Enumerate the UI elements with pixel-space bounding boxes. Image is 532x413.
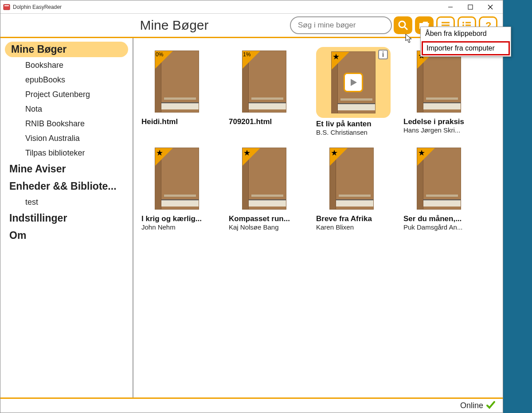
window-controls — [440, 1, 500, 13]
close-button[interactable] — [480, 1, 500, 13]
sidebar-item-3[interactable]: Project Gutenberg — [0, 87, 133, 102]
window-title: Dolphin EasyReader — [13, 4, 440, 10]
sidebar-item-12[interactable]: Om — [0, 227, 133, 244]
star-icon: ★ — [331, 148, 338, 158]
book-card-5[interactable]: ★Kompasset run...Kaj Nolsøe Bang — [229, 144, 311, 231]
book-author: Kaj Nolsøe Bang — [229, 223, 311, 231]
star-icon: ★ — [156, 148, 163, 158]
book-card-6[interactable]: ★Breve fra AfrikaKaren Blixen — [316, 144, 398, 231]
star-icon: ★ — [243, 148, 250, 158]
book-title: I krig og kærlig... — [141, 214, 223, 223]
book-title: Ser du månen,... — [403, 214, 485, 223]
book-cover: ★ — [417, 51, 461, 113]
book-card-0[interactable]: 0%Heidi.html — [141, 47, 223, 136]
maximize-button[interactable] — [460, 1, 480, 13]
search-button[interactable] — [394, 16, 412, 34]
play-button[interactable] — [344, 73, 363, 92]
svg-point-11 — [462, 22, 464, 23]
star-icon: ★ — [332, 52, 340, 62]
book-author: B.S. Christiansen — [316, 129, 398, 136]
book-grid: 0%Heidi.html1%709201.html★iEt liv på kan… — [133, 38, 503, 397]
sidebar-item-5[interactable]: RNIB Bookshare — [0, 117, 133, 131]
progress-badge: 0% — [156, 51, 163, 58]
book-title: Kompasset run... — [229, 214, 311, 223]
book-cover: ★ — [242, 148, 286, 210]
sidebar-item-6[interactable]: Vision Australia — [0, 131, 133, 146]
svg-rect-0 — [4, 4, 10, 10]
titlebar: Dolphin EasyReader — [0, 0, 503, 14]
book-title: Et liv på kanten — [316, 120, 398, 129]
sidebar-item-10[interactable]: test — [0, 195, 133, 210]
search-input[interactable] — [290, 16, 392, 34]
book-title: Ledelse i praksis — [403, 117, 485, 126]
book-cover: ★ — [155, 148, 199, 210]
book-author: John Nehm — [141, 223, 223, 231]
book-cover: ★ — [417, 148, 461, 210]
search-wrap — [290, 16, 412, 34]
check-icon — [486, 401, 496, 411]
book-card-3[interactable]: ★Ledelse i praksisHans Jørgen Skri... — [403, 47, 485, 136]
book-cover: 1% — [242, 51, 286, 113]
import-dropdown: Åben fra klippebordImporter fra computer — [420, 27, 511, 57]
status-text: Online — [460, 401, 483, 410]
book-author: Puk Damsgård An... — [403, 223, 485, 231]
book-cover: 0% — [155, 51, 199, 113]
sidebar-item-11[interactable]: Indstillinger — [0, 210, 133, 227]
app-window: Dolphin EasyReader Mine Bøger ? Min — [0, 0, 503, 413]
sidebar: Mine BøgerBookshareepubBooksProject Gute… — [0, 38, 133, 397]
book-card-1[interactable]: 1%709201.html — [229, 47, 311, 136]
body: Mine BøgerBookshareepubBooksProject Gute… — [0, 38, 503, 397]
svg-point-13 — [462, 24, 464, 26]
dropdown-item-1[interactable]: Importer fra computer — [422, 41, 510, 55]
search-icon — [397, 19, 409, 31]
star-icon: ★ — [418, 148, 425, 158]
book-title: Breve fra Afrika — [316, 214, 398, 223]
svg-rect-1 — [4, 5, 9, 6]
sidebar-item-2[interactable]: epubBooks — [0, 73, 133, 87]
statusbar: Online — [0, 397, 503, 413]
cursor-icon — [405, 34, 413, 45]
minimize-button[interactable] — [440, 1, 460, 13]
svg-point-6 — [399, 21, 405, 27]
progress-badge: 1% — [243, 51, 250, 58]
book-author: Karen Blixen — [316, 223, 398, 231]
book-card-7[interactable]: ★Ser du månen,...Puk Damsgård An... — [403, 144, 485, 231]
dropdown-item-0[interactable]: Åben fra klippebord — [421, 27, 511, 40]
book-cover: ★ — [329, 148, 374, 210]
sidebar-item-1[interactable]: Bookshare — [0, 58, 133, 73]
page-title: Mine Bøger — [6, 18, 263, 33]
svg-rect-3 — [468, 5, 473, 9]
info-icon[interactable]: i — [378, 50, 388, 59]
book-title: 709201.html — [229, 117, 311, 126]
sidebar-item-7[interactable]: Tilpas biblioteker — [0, 146, 133, 160]
sidebar-item-8[interactable]: Mine Aviser — [0, 160, 133, 178]
book-card-2[interactable]: ★iEt liv på kantenB.S. Christiansen — [316, 47, 398, 136]
svg-line-7 — [404, 27, 407, 30]
sidebar-item-4[interactable]: Nota — [0, 102, 133, 117]
sidebar-item-0[interactable]: Mine Bøger — [5, 42, 128, 57]
sidebar-item-9[interactable]: Enheder && Bibliote... — [0, 178, 133, 195]
app-icon — [3, 4, 10, 11]
book-card-4[interactable]: ★I krig og kærlig...John Nehm — [141, 144, 223, 231]
book-title: Heidi.html — [141, 117, 223, 126]
book-author: Hans Jørgen Skri... — [403, 126, 485, 134]
